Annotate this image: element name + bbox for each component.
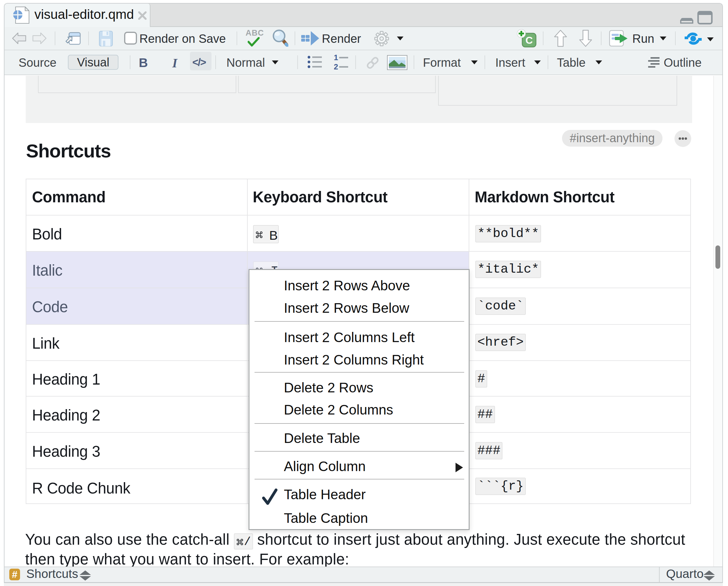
svg-text:C: C <box>525 34 533 46</box>
svg-text:1: 1 <box>334 54 338 62</box>
svg-text:2: 2 <box>334 62 338 70</box>
